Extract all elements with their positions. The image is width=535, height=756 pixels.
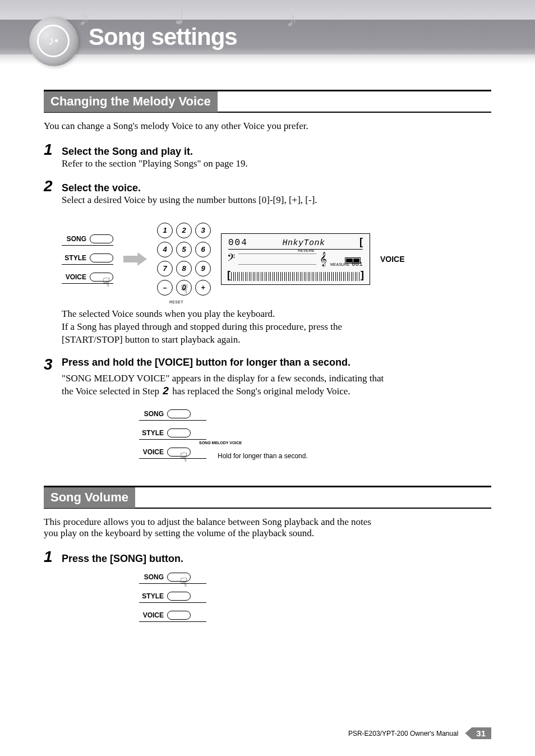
chapter-logo-circle: ♪•: [29, 17, 79, 66]
voice-button: ☟: [90, 273, 113, 282]
keypad-reset-label: RESET: [169, 300, 183, 304]
style-button-row: STYLE: [139, 592, 206, 603]
keypad-6: 6: [195, 242, 211, 257]
arrow-right-icon: [123, 252, 147, 266]
style-button-label: STYLE: [139, 592, 164, 600]
hold-caption: Hold for longer than a second.: [218, 452, 308, 460]
song-button-label: SONG: [139, 573, 164, 581]
chapter-logo-inner: ♪•: [37, 25, 70, 57]
step-title: Select the voice.: [62, 182, 141, 194]
keyboard-right-bracket-icon: ]: [361, 269, 364, 281]
step-title: Press and hold the [VOICE] button for lo…: [62, 357, 350, 368]
keypad-7: 7: [157, 261, 173, 276]
step-body: "SONG MELODY VOICE" appears in the displ…: [62, 372, 393, 398]
song-button-row: SONG: [62, 234, 113, 246]
song-button-row: SONG ☟: [139, 573, 206, 584]
treble-clef-icon: 𝄞: [320, 252, 327, 266]
keypad-8: 8: [176, 261, 192, 276]
header-fade-band: [0, 54, 535, 64]
lcd-staff-lines: REVERB: [238, 253, 316, 265]
page-number-badge: 31: [465, 727, 491, 739]
step-number: 3: [44, 357, 57, 372]
figure-voice-select: SONG STYLE VOICE ☟ 1 2 3 4 5 6: [62, 223, 491, 296]
style-button: [167, 428, 191, 437]
voice-button-row: VOICE ☟: [62, 273, 113, 284]
step2-after-text-2: If a Song has played through and stopped…: [62, 321, 393, 347]
bass-clef-icon: 𝄢: [227, 252, 235, 266]
step-body: Refer to the section "Playing Songs" on …: [62, 158, 393, 170]
step2-after-text-1: The selected Voice sounds when you play …: [62, 308, 393, 321]
step-number: 2: [44, 178, 57, 194]
song-button: [167, 409, 191, 418]
keypad-3: 3: [195, 223, 211, 238]
step-1-vol: 1 Press the [SONG] button.: [44, 549, 491, 565]
song-button-label: SONG: [62, 235, 86, 243]
section-song-volume: Song Volume This procedure allows you to…: [44, 486, 491, 622]
voice-button: ☟: [167, 448, 191, 457]
step-number: 1: [44, 549, 57, 565]
figure-song-button: SONG ☟ STYLE VOICE: [139, 573, 491, 622]
step-3: 3 Press and hold the [VOICE] button for …: [44, 357, 491, 398]
song-button-label: SONG: [139, 410, 164, 418]
voice-indicator-label: VOICE: [380, 255, 405, 264]
keypad-1: 1: [157, 223, 173, 238]
keypad-5: 5: [176, 242, 192, 257]
step-2: 2 Select the voice. Select a desired Voi…: [44, 178, 491, 207]
section-intro: You can change a Song's melody Voice to …: [44, 121, 491, 132]
style-button-label: STYLE: [139, 429, 164, 437]
lcd-reverb-label: REVERB: [298, 248, 314, 252]
pointing-hand-icon: ☟: [181, 282, 188, 297]
style-button: [90, 253, 113, 262]
numeric-keypad: 1 2 3 4 5 6 7 8 9 – 0 + ☟ RESET: [157, 223, 211, 296]
keypad-plus: +: [195, 280, 211, 296]
pointing-hand-icon: ☟: [180, 575, 187, 590]
section-heading-melody: Changing the Melody Voice: [44, 91, 218, 112]
song-button-row: SONG: [139, 409, 206, 421]
keypad-9: 9: [195, 261, 211, 276]
style-button-row: STYLE: [139, 428, 206, 440]
keyboard-icon: [231, 272, 360, 281]
lcd-bracket-icon: [: [359, 236, 363, 248]
keypad-2: 2: [176, 223, 192, 238]
step-number: 1: [44, 142, 57, 158]
voice-button-label: VOICE: [62, 273, 86, 281]
style-button-row: STYLE: [62, 253, 113, 265]
voice-button-label: VOICE: [139, 448, 164, 456]
song-button: ☟: [167, 573, 191, 582]
pointing-hand-icon: ☟: [180, 450, 187, 465]
battery-icon: [345, 257, 361, 264]
step3-body-post: has replaced the Song's original melody …: [170, 386, 350, 397]
keyboard-left-bracket-icon: [: [227, 269, 230, 281]
pointing-hand-icon: ☟: [103, 275, 110, 290]
music-note-decoration-3: ♪: [286, 6, 297, 32]
page-footer: PSR-E203/YPT-200 Owner's Manual 31: [348, 727, 491, 739]
lcd-voice-number: 004: [228, 238, 248, 248]
lcd-voice-name: HnkyTonk: [248, 238, 359, 248]
lcd-display: 004 HnkyTonk [ 𝄢 REVERB 𝄞 MEASURE 001 [: [221, 233, 370, 285]
section-heading-volume: Song Volume: [44, 487, 135, 508]
voice-button-row: VOICE: [139, 611, 206, 622]
voice-button-row: VOICE ☟: [139, 448, 206, 459]
keypad-4: 4: [157, 242, 173, 257]
step-title: Press the [SONG] button.: [62, 553, 183, 565]
figure-voice-hold: SONG STYLE VOICE ☟ SONG MELODY VOICE Hol…: [139, 409, 491, 459]
song-melody-voice-label: SONG MELODY VOICE: [199, 441, 242, 445]
style-button-label: STYLE: [62, 254, 86, 262]
mode-button-stack: SONG STYLE VOICE ☟: [62, 234, 113, 284]
keypad-minus: –: [157, 280, 173, 296]
voice-button-label: VOICE: [139, 611, 164, 619]
manual-title: PSR-E203/YPT-200 Owner's Manual: [348, 730, 458, 737]
step3-inline-step-number: 2: [162, 385, 170, 397]
step-1: 1 Select the Song and play it. Refer to …: [44, 142, 491, 170]
song-button: [90, 234, 113, 243]
section-intro: This procedure allows you to adjust the …: [44, 517, 386, 539]
music-note-decoration-1: ♪: [79, 4, 90, 31]
voice-button: [167, 611, 191, 620]
style-button: [167, 592, 191, 601]
page-title: Song settings: [89, 24, 237, 50]
step-title: Select the Song and play it.: [62, 146, 193, 158]
step-body: Select a desired Voice by using the numb…: [62, 194, 393, 207]
page-content: Changing the Melody Voice You can change…: [44, 90, 491, 622]
